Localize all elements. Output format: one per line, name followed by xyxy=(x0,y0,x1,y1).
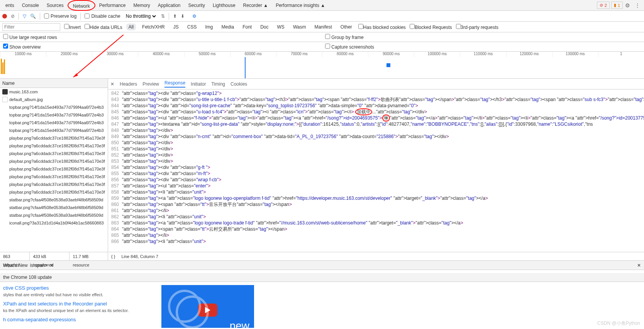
type-media[interactable]: Media xyxy=(219,24,236,30)
type-wasm[interactable]: Wasm xyxy=(291,24,308,30)
network-status: 863 requests 433 kB transferred 11.7 MB … xyxy=(0,252,108,260)
request-row[interactable]: topbar.png?14f1da15ed493a77d799f4aa6f72e… xyxy=(0,127,108,134)
type-all[interactable]: All xyxy=(126,24,136,30)
request-detail: ✕ Headers Preview Response Initiator Tim… xyxy=(108,79,644,260)
tab-lighthouse[interactable]: Lighthouse xyxy=(209,0,239,11)
disable-cache-checkbox[interactable]: Disable cache xyxy=(85,13,120,19)
tab-memory[interactable]: Memory xyxy=(129,0,154,11)
tab-perf-insights[interactable]: Performance insights ▲ xyxy=(272,0,329,11)
request-row[interactable]: playbar.png?a6cddadc37ce1882f08d7f145a17… xyxy=(0,173,108,181)
request-row[interactable]: topbar.png?14f1da15ed493a77d799f4aa6f72e… xyxy=(0,103,108,111)
tab-network[interactable]: Network xyxy=(68,0,95,11)
response-code[interactable]: 842"attr">class="tag"><div "attr">class=… xyxy=(108,89,644,252)
request-row[interactable]: default_album.jpg xyxy=(0,96,108,103)
network-toolbar: ⊘ ▽ 🔍 Preserve log Disable cache No thro… xyxy=(0,11,644,22)
hide-data-urls-checkbox[interactable]: Hide data URLs xyxy=(85,24,122,30)
request-row[interactable]: statbar.png?cfaa4f508e0538a93aebf48b6f58… xyxy=(0,196,108,204)
download-icon[interactable]: ⬇ xyxy=(181,13,185,19)
request-row[interactable]: playbar.png?a6cddadc37ce1882f08d7f145a17… xyxy=(0,134,108,142)
cursor-status: { }Line 848, Column 7 xyxy=(108,252,644,260)
devtools-tabs: ents Console Sources Network Performance… xyxy=(0,0,644,11)
type-css[interactable]: CSS xyxy=(185,24,199,30)
request-row[interactable]: playbar.png?a6cddadc37ce1882f08d7f145a17… xyxy=(0,142,108,150)
request-row[interactable]: playbar.png?a6cddadc37ce1882f08d7f145a17… xyxy=(0,165,108,173)
more-icon[interactable]: ⋮ xyxy=(632,2,642,8)
large-rows-checkbox[interactable]: Use large request rows xyxy=(3,34,57,40)
video-thumbnail[interactable]: new xyxy=(161,285,254,328)
options-row-2: Show overview Capture screenshots xyxy=(0,42,644,52)
show-overview-checkbox[interactable]: Show overview xyxy=(3,44,41,50)
dtab-initiator[interactable]: Initiator xyxy=(191,81,206,87)
close-drawer-icon[interactable]: ✕ xyxy=(637,263,641,268)
upload-icon[interactable]: ⬆ xyxy=(173,13,177,19)
dtab-headers[interactable]: Headers xyxy=(120,81,137,87)
type-img[interactable]: Img xyxy=(203,24,215,30)
tab-recorder[interactable]: Recorder ▲ xyxy=(239,0,272,11)
svg-point-2 xyxy=(169,291,200,322)
request-list: Name music.163.comdefault_album.jpgtopba… xyxy=(0,79,108,260)
chrome-update-text: the Chrome 108 update xyxy=(0,273,644,282)
timeline-overview[interactable]: 10000 ms20000 ms30000 ms40000 ms50000 ms… xyxy=(0,52,644,79)
filter-bar: Invert Hide data URLs All Fetch/XHR JS C… xyxy=(0,22,644,32)
wn-card-3[interactable]: h comma-separated expressions xyxy=(3,317,146,322)
tab-console[interactable]: Console xyxy=(18,0,43,11)
type-js[interactable]: JS xyxy=(171,24,181,30)
whats-new-panel: What's New is span> ✕ ✕ the Chrome 108 u… xyxy=(0,260,644,328)
filter-icon[interactable]: ▽ xyxy=(23,13,26,19)
request-row[interactable]: playbar.png?a6cddadc37ce1882f08d7f145a17… xyxy=(0,181,108,188)
dtab-response[interactable]: Response xyxy=(164,80,185,88)
wn-card-1[interactable]: ctive CSS propertiesstyles that are enti… xyxy=(3,285,146,297)
blocked-requests-checkbox[interactable]: Blocked Requests xyxy=(410,24,452,30)
type-fetchxhr[interactable]: Fetch/XHR xyxy=(140,24,167,30)
svg-point-3 xyxy=(177,297,208,327)
preserve-log-checkbox[interactable]: Preserve log xyxy=(44,13,76,19)
request-row[interactable]: music.163.com xyxy=(0,88,108,96)
type-ws[interactable]: WS xyxy=(275,24,287,30)
name-header[interactable]: Name xyxy=(0,79,108,88)
search-icon[interactable]: 🔍 xyxy=(30,13,36,19)
tab-application[interactable]: Application xyxy=(154,0,185,11)
tab-performance[interactable]: Performance xyxy=(95,0,130,11)
wn-card-2[interactable]: XPath and text selectors in the Recorder… xyxy=(3,301,146,313)
options-row-1: Use large request rows Group by frame xyxy=(0,32,644,42)
dtab-timing[interactable]: Timing xyxy=(211,81,225,87)
filter-input[interactable] xyxy=(2,23,60,31)
close-detail-icon[interactable]: ✕ xyxy=(110,81,114,87)
svg-marker-1 xyxy=(73,73,78,77)
type-doc[interactable]: Doc xyxy=(258,24,271,30)
error-badge[interactable]: ⊘ 2 xyxy=(597,2,610,9)
gear-icon[interactable]: ⚙ xyxy=(192,13,197,19)
record-button[interactable] xyxy=(2,14,7,19)
clear-icon[interactable]: ⊘ xyxy=(11,13,15,19)
dtab-cookies[interactable]: Cookies xyxy=(230,81,247,87)
type-manifest[interactable]: Manifest xyxy=(312,24,334,30)
request-row[interactable]: playbar.png?a6cddadc37ce1882f08d7f145a17… xyxy=(0,157,108,165)
request-row[interactable]: statbar.png?cfaa4f508e0538a93aebf48b6f58… xyxy=(0,211,108,219)
warning-badge[interactable]: ▮ 1 xyxy=(611,2,623,9)
tab-sources[interactable]: Sources xyxy=(43,0,68,11)
request-row[interactable]: topbar.png?14f1da15ed493a77d799f4aa6f72e… xyxy=(0,119,108,127)
request-row[interactable]: topbar.png?14f1da15ed493a77d799f4aa6f72e… xyxy=(0,111,108,119)
request-row[interactable]: playbar.png?a6cddadc37ce1882f08d7f145a17… xyxy=(0,150,108,157)
dtab-preview[interactable]: Preview xyxy=(142,81,159,87)
watermark: CSDN @小鱼Python xyxy=(597,320,640,327)
type-font[interactable]: Font xyxy=(240,24,254,30)
request-row[interactable]: playbar.png?a6cddadc37ce1882f08d7f145a17… xyxy=(0,188,108,196)
invert-checkbox[interactable]: Invert xyxy=(64,24,81,30)
wifi-icon[interactable]: ⇅ xyxy=(161,13,165,19)
blocked-cookies-checkbox[interactable]: Has blocked cookies xyxy=(358,24,406,30)
tab-security[interactable]: Security xyxy=(185,0,209,11)
third-party-checkbox[interactable]: 3rd-party requests xyxy=(456,24,498,30)
capture-screenshots-checkbox[interactable]: Capture screenshots xyxy=(325,44,374,50)
throttling-select[interactable]: No throttling xyxy=(124,13,157,19)
type-other[interactable]: Other xyxy=(338,24,354,30)
request-row[interactable]: iconall.png?3a312d1d1d4a1b0f4d4b1ac58660… xyxy=(0,219,108,227)
group-frame-checkbox[interactable]: Group by frame xyxy=(325,34,364,40)
settings-icon[interactable]: ⚙ xyxy=(623,2,632,8)
request-row[interactable]: statbar.png?cfaa4f508e0538a93aebf48b6f58… xyxy=(0,204,108,211)
tab-elements[interactable]: ents xyxy=(2,0,18,11)
